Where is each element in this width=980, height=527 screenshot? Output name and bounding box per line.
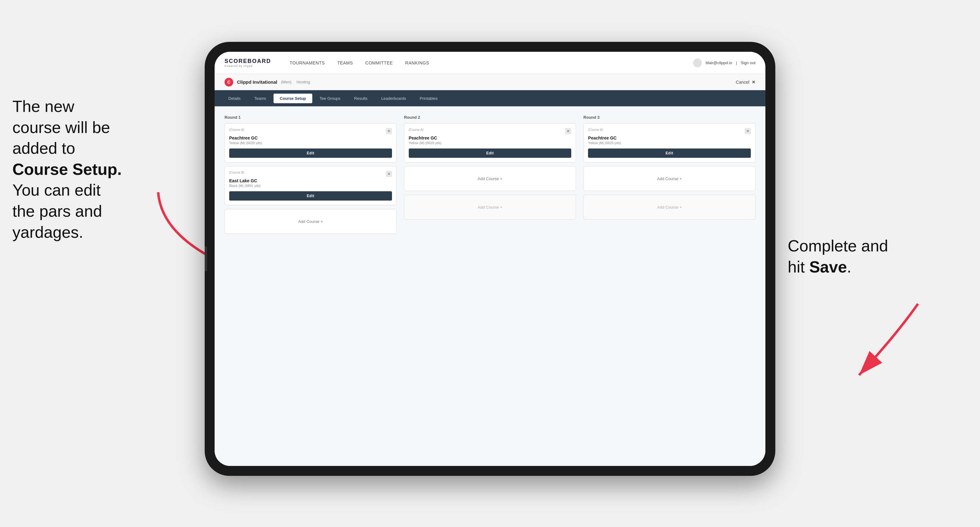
annotation-line3: added to: [13, 139, 75, 157]
annotation-line2: course will be: [13, 118, 110, 137]
round-1-label: Round 1: [224, 115, 397, 120]
tablet-screen: SCOREBOARD Powered by clippd TOURNAMENTS…: [215, 52, 765, 466]
round1-add-course[interactable]: Add Course +: [224, 209, 397, 234]
nav-separator: |: [736, 60, 737, 65]
annotation-left: The new course will be added to Course S…: [13, 96, 192, 243]
round2-course-a-edit[interactable]: Edit: [409, 149, 571, 158]
round1-course-b-edit[interactable]: Edit: [229, 191, 392, 200]
tab-bar: Details Teams Course Setup Tee Groups Re…: [215, 90, 765, 106]
annotation-right-line2: hit: [788, 258, 809, 276]
rounds-grid: Round 1 (Course A) ✕ Peachtree GC Yellow…: [224, 115, 756, 238]
tournament-status: Hosting: [296, 80, 310, 84]
tab-tee-groups[interactable]: Tee Groups: [313, 94, 347, 103]
round2-course-a-delete[interactable]: ✕: [565, 128, 571, 134]
tournament-logo: C: [224, 78, 233, 86]
round1-add-course-text: Add Course +: [298, 219, 323, 224]
round1-course-a-details: Yellow (M) (6629 yds): [229, 141, 392, 145]
round3-add-course-active[interactable]: Add Course +: [583, 166, 756, 191]
round-1-column: Round 1 (Course A) ✕ Peachtree GC Yellow…: [224, 115, 397, 238]
round2-course-a-card: (Course A) ✕ Peachtree GC Yellow (M) (66…: [404, 123, 576, 162]
annotation-right-line1: Complete and: [788, 237, 888, 255]
tab-teams[interactable]: Teams: [248, 94, 272, 103]
round2-course-a-label: (Course A): [409, 128, 424, 132]
tab-course-setup[interactable]: Course Setup: [274, 94, 312, 103]
round-3-label: Round 3: [583, 115, 756, 120]
round1-course-a-delete[interactable]: ✕: [386, 128, 392, 134]
user-email: blair@clippd.io: [706, 60, 732, 65]
round1-course-b-delete[interactable]: ✕: [386, 171, 392, 177]
round2-course-a-name: Peachtree GC: [409, 135, 571, 140]
nav-committee[interactable]: COMMITTEE: [365, 60, 393, 65]
round1-course-b-card: (Course B) ✕ East Lake GC Black (M) (689…: [224, 166, 397, 205]
annotation-right-end: .: [847, 258, 851, 276]
top-nav: SCOREBOARD Powered by clippd TOURNAMENTS…: [215, 52, 765, 74]
round3-add-course-disabled: Add Course +: [583, 195, 756, 219]
round2-add-course-active[interactable]: Add Course +: [404, 166, 576, 191]
round2-add-course-disabled-text: Add Course +: [477, 205, 503, 210]
round2-course-a-details: Yellow (M) (6629 yds): [409, 141, 571, 145]
tournament-banner: C Clippd Invitational (Men) Hosting Canc…: [215, 74, 765, 90]
round2-add-course-text: Add Course +: [477, 176, 503, 181]
round1-course-a-card: (Course A) ✕ Peachtree GC Yellow (M) (66…: [224, 123, 397, 162]
nav-rankings[interactable]: RANKINGS: [405, 60, 429, 65]
round-2-column: Round 2 (Course A) ✕ Peachtree GC Yellow…: [404, 115, 576, 238]
round3-add-course-disabled-text: Add Course +: [657, 205, 682, 210]
cancel-button[interactable]: Cancel ✕: [736, 80, 756, 85]
tablet-shell: SCOREBOARD Powered by clippd TOURNAMENTS…: [205, 42, 775, 476]
round3-course-a-delete[interactable]: ✕: [745, 128, 751, 134]
round3-course-a-name: Peachtree GC: [588, 135, 751, 140]
round1-course-b-details: Black (M) (6891 yds): [229, 184, 392, 187]
tablet-side-button: [205, 246, 207, 271]
round-3-column: Round 3 (Course A) ✕ Peachtree GC Yellow…: [583, 115, 756, 238]
round3-add-course-text: Add Course +: [657, 176, 682, 181]
round1-course-a-label: (Course A): [229, 128, 244, 132]
annotation-line1: The new: [13, 97, 74, 115]
main-content: Round 1 (Course A) ✕ Peachtree GC Yellow…: [215, 106, 765, 466]
round1-course-a-name: Peachtree GC: [229, 135, 392, 140]
annotation-line7: yardages.: [13, 223, 83, 241]
tab-printables[interactable]: Printables: [414, 94, 444, 103]
round3-course-a-label: (Course A): [588, 128, 603, 132]
nav-teams[interactable]: TEAMS: [337, 60, 353, 65]
sign-out-button[interactable]: Sign out: [741, 60, 756, 65]
round1-course-b-label: (Course B): [229, 171, 244, 174]
round-2-label: Round 2: [404, 115, 576, 120]
round3-course-a-edit[interactable]: Edit: [588, 149, 751, 158]
logo-subtitle: Powered by clippd: [224, 65, 271, 68]
user-avatar: [693, 59, 702, 67]
logo-title: SCOREBOARD: [224, 58, 271, 65]
round3-course-a-card: (Course A) ✕ Peachtree GC Yellow (M) (66…: [583, 123, 756, 162]
tab-details[interactable]: Details: [222, 94, 247, 103]
arrow-right-icon: [834, 298, 927, 390]
round1-course-a-edit[interactable]: Edit: [229, 149, 392, 158]
tournament-gender: (Men): [281, 80, 291, 84]
round3-course-a-details: Yellow (M) (6629 yds): [588, 141, 751, 145]
tab-leaderboards[interactable]: Leaderboards: [375, 94, 412, 103]
annotation-line5: You can edit: [13, 181, 100, 199]
tournament-title: Clippd Invitational: [237, 79, 277, 85]
round2-add-course-disabled: Add Course +: [404, 195, 576, 219]
scoreboard-logo: SCOREBOARD Powered by clippd: [224, 58, 271, 68]
annotation-line4: Course Setup.: [13, 160, 122, 178]
nav-tournaments[interactable]: TOURNAMENTS: [290, 60, 325, 65]
annotation-right: Complete and hit Save.: [788, 236, 918, 278]
tab-results[interactable]: Results: [348, 94, 374, 103]
round1-course-b-name: East Lake GC: [229, 178, 392, 183]
user-info: blair@clippd.io | Sign out: [693, 59, 756, 67]
annotation-line6: the pars and: [13, 202, 102, 220]
annotation-right-bold: Save: [809, 258, 846, 276]
